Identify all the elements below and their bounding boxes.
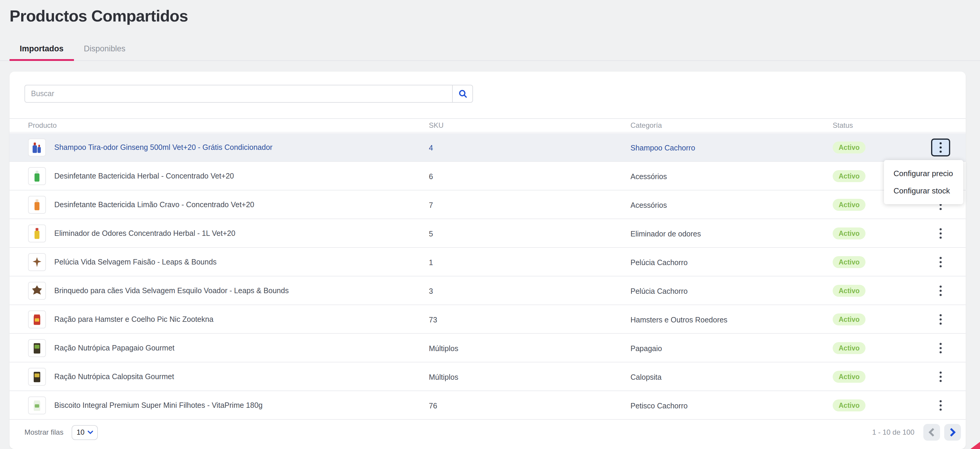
status-cell: Activo [833, 141, 931, 153]
product-image [30, 399, 43, 412]
row-actions-kebab-button[interactable] [931, 281, 950, 299]
product-image [30, 227, 43, 240]
product-sku: 5 [429, 230, 433, 238]
product-category: Petisco Cachorro [630, 401, 688, 410]
search-input[interactable] [24, 85, 453, 103]
sku-cell: 73 [429, 314, 630, 324]
rows-per-page-label: Mostrar filas [24, 428, 64, 436]
rows-per-page-value: 10 [76, 428, 85, 436]
row-actions-kebab-button[interactable] [931, 339, 950, 357]
pagination-range: 1 - 10 de 100 [872, 428, 915, 436]
column-header-categoria: Categoría [630, 121, 833, 129]
context-menu: Configurar precio Configurar stock [884, 160, 963, 204]
status-cell: Activo [833, 256, 931, 268]
product-thumbnail [28, 167, 46, 185]
category-cell: Hamsters e Outros Roedores [630, 314, 833, 324]
kebab-icon [939, 342, 942, 353]
row-actions-kebab-button[interactable] [931, 396, 950, 414]
table-row[interactable]: Ração Nutrópica Calopsita Gourmet Múltip… [10, 363, 966, 391]
row-actions-kebab-button[interactable] [931, 138, 950, 156]
product-sku: 3 [429, 287, 433, 295]
category-cell: Acessórios [630, 171, 833, 181]
status-cell: Activo [833, 342, 931, 354]
product-thumbnail [28, 310, 46, 328]
status-cell: Activo [833, 284, 931, 296]
product-name: Ração para Hamster e Coelho Pic Nic Zoot… [54, 315, 213, 323]
tab-importados[interactable]: Importados [10, 39, 74, 60]
product-sku: 6 [429, 172, 433, 181]
tab-bar: Importados Disponibles [0, 39, 980, 61]
pagination-controls: 1 - 10 de 100 [872, 424, 961, 441]
table-row[interactable]: Desinfetante Bactericida Herbal - Concen… [10, 162, 966, 190]
actions-cell [931, 310, 966, 328]
status-cell: Activo [833, 313, 931, 325]
actions-cell [931, 138, 966, 156]
product-cell: Eliminador de Odores Concentrado Herbal … [28, 224, 429, 242]
row-actions-kebab-button[interactable] [931, 310, 950, 328]
table-row[interactable]: Shampoo Tira-odor Ginseng 500ml Vet+20 -… [10, 133, 966, 162]
status-badge: Activo [833, 256, 865, 268]
table-row[interactable]: Pelúcia Vida Selvagem Faisão - Leaps & B… [10, 248, 966, 276]
table-row[interactable]: Biscoito Integral Premium Super Mini Fil… [10, 391, 966, 420]
category-cell: Calopsita [630, 371, 833, 382]
product-sku: Múltiplos [429, 344, 458, 353]
product-cell: Ração Nutrópica Papagaio Gourmet [28, 339, 429, 357]
category-cell: Petisco Cachorro [630, 400, 833, 411]
menu-item-configurar-stock[interactable]: Configurar stock [884, 182, 963, 200]
chevron-left-icon [929, 428, 935, 436]
product-name: Eliminador de Odores Concentrado Herbal … [54, 229, 235, 237]
rows-per-page-select[interactable]: 10 [72, 425, 98, 440]
product-image [30, 313, 43, 326]
product-category: Hamsters e Outros Roedores [630, 316, 727, 324]
kebab-icon [939, 400, 942, 411]
status-cell: Activo [833, 399, 931, 411]
table-body: Shampoo Tira-odor Ginseng 500ml Vet+20 -… [10, 133, 966, 420]
kebab-icon [939, 256, 942, 267]
app-root: Productos Compartidos Importados Disponi… [0, 0, 980, 449]
product-cell: Desinfetante Bactericida Limão Cravo - C… [28, 195, 429, 213]
actions-cell [931, 253, 966, 271]
product-category: Eliminador de odores [630, 230, 701, 238]
status-badge: Activo [833, 284, 865, 296]
product-thumbnail [28, 224, 46, 242]
table-row[interactable]: Desinfetante Bactericida Limão Cravo - C… [10, 190, 966, 219]
product-cell: Brinquedo para cães Vida Selvagem Esquil… [28, 281, 429, 299]
kebab-icon [939, 371, 942, 382]
product-name: Ração Nutrópica Calopsita Gourmet [54, 372, 174, 380]
row-actions-kebab-button[interactable] [931, 253, 950, 271]
corner-accent [970, 442, 980, 449]
table-row[interactable]: Ração para Hamster e Coelho Pic Nic Zoot… [10, 305, 966, 334]
search-button[interactable] [452, 85, 473, 103]
next-page-button[interactable] [944, 424, 961, 441]
actions-cell [931, 368, 966, 385]
table-row[interactable]: Ração Nutrópica Papagaio Gourmet Múltipl… [10, 334, 966, 363]
menu-item-configurar-precio[interactable]: Configurar precio [884, 165, 963, 182]
actions-cell [931, 339, 966, 357]
status-badge: Activo [833, 198, 865, 211]
kebab-icon [939, 314, 942, 324]
tab-disponibles[interactable]: Disponibles [74, 39, 136, 60]
status-cell: Activo [833, 227, 931, 239]
status-cell: Activo [833, 371, 931, 382]
column-header-producto: Producto [28, 121, 429, 129]
product-category: Papagaio [630, 344, 662, 353]
actions-cell [931, 224, 966, 242]
table-row[interactable]: Eliminador de Odores Concentrado Herbal … [10, 219, 966, 248]
category-cell: Papagaio [630, 342, 833, 353]
actions-cell [931, 281, 966, 299]
product-cell: Biscoito Integral Premium Super Mini Fil… [28, 396, 429, 414]
sku-cell: 76 [429, 400, 630, 411]
product-sku: 4 [429, 144, 433, 152]
product-cell: Ração para Hamster e Coelho Pic Nic Zoot… [28, 310, 429, 328]
category-cell: Eliminador de odores [630, 228, 833, 238]
kebab-icon [939, 285, 942, 296]
sku-cell: 1 [429, 256, 630, 267]
product-name: Desinfetante Bactericida Herbal - Concen… [54, 172, 234, 180]
product-name: Desinfetante Bactericida Limão Cravo - C… [54, 200, 255, 209]
product-cell: Pelúcia Vida Selvagem Faisão - Leaps & B… [28, 253, 429, 271]
table-row[interactable]: Brinquedo para cães Vida Selvagem Esquil… [10, 276, 966, 305]
row-actions-kebab-button[interactable] [931, 368, 950, 385]
previous-page-button[interactable] [923, 424, 940, 441]
row-actions-kebab-button[interactable] [931, 224, 950, 242]
status-badge: Activo [833, 313, 865, 325]
